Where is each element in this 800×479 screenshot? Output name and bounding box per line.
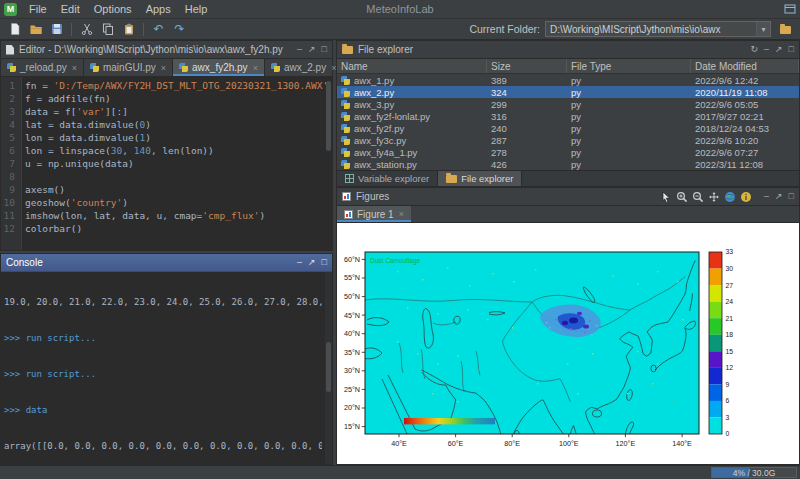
maximize-icon[interactable]: □ (322, 45, 327, 54)
svg-text:55°N: 55°N (344, 273, 360, 282)
float-icon[interactable]: ↗ (308, 45, 316, 54)
chevron-down-icon[interactable]: ▾ (756, 22, 770, 36)
maximize-icon[interactable]: □ (322, 258, 327, 267)
identify-icon[interactable] (740, 191, 752, 203)
code-line[interactable]: u = np.unique(data) (19, 157, 134, 170)
code-line[interactable]: lon = data.dimvalue(1) (19, 131, 151, 144)
console-scrollbar[interactable] (325, 272, 332, 464)
refresh-icon[interactable]: ↻ (750, 45, 758, 54)
code-line[interactable]: geoshow('country') (19, 196, 128, 209)
line-number: 8 (1, 170, 19, 183)
console-panel-header[interactable]: Console – ↗ □ (1, 254, 332, 272)
file-explorer-header[interactable]: File explorer ↻ – ↗ □ (337, 41, 799, 59)
figure-canvas[interactable]: Dust Camouflage 40°E 60°E 80°E 100°E 120… (337, 223, 799, 464)
svg-text:30°N: 30°N (344, 366, 360, 375)
line-number: 5 (1, 131, 19, 144)
float-icon[interactable]: ↗ (775, 192, 783, 201)
code-editor[interactable]: 1fn = 'D:/Temp/AWX/FY2H_DST_MLT_OTG_2023… (1, 77, 332, 250)
table-row[interactable]: awx_station.py 426 py 2022/3/11 12:08 (337, 158, 799, 170)
code-line[interactable]: f = addfile(fn) (19, 92, 111, 105)
table-row[interactable]: awx_3.py 299 py 2022/9/6 05:05 (337, 98, 799, 110)
code-line[interactable] (19, 170, 25, 183)
figures-panel-header[interactable]: Figures – ↗ □ (337, 188, 799, 206)
code-line[interactable]: lat = data.dimvalue(0) (19, 118, 151, 131)
table-row[interactable]: awx_fy4a_1.py 278 py 2022/9/6 07:27 (337, 146, 799, 158)
console-output[interactable]: 19.0, 20.0, 21.0, 22.0, 23.0, 24.0, 25.0… (1, 272, 332, 464)
svg-text:35°N: 35°N (344, 348, 360, 357)
tab-figure-1[interactable]: Figure 1× (337, 206, 411, 222)
minimize-icon[interactable]: – (297, 45, 302, 54)
close-icon[interactable]: × (161, 63, 166, 73)
editor-tab-awx-2[interactable]: awx_2.py× (265, 59, 344, 76)
copy-button[interactable] (98, 21, 117, 38)
editor-scrollbar[interactable] (325, 79, 332, 250)
redo-button[interactable]: ↷ (170, 21, 189, 38)
minimize-icon[interactable]: – (764, 192, 769, 201)
table-row[interactable]: awx_1.py 389 py 2022/9/6 12:42 (337, 74, 799, 86)
window-layout-icon[interactable] (784, 3, 796, 15)
meteoinfolab-window: M MeteoInfoLab File Edit Options Apps He… (0, 0, 800, 479)
minimize-icon[interactable]: – (764, 45, 769, 54)
menu-apps[interactable]: Apps (139, 2, 178, 16)
line-number: 2 (1, 92, 19, 105)
open-file-button[interactable] (26, 21, 45, 38)
close-icon[interactable]: × (72, 63, 77, 73)
pan-icon[interactable] (708, 191, 720, 203)
float-icon[interactable]: ↗ (308, 258, 316, 267)
figure-tab-bar: Figure 1× (337, 206, 799, 223)
console-line: >>> run script... (4, 332, 322, 344)
tab-file-explorer[interactable]: File explorer (438, 171, 522, 186)
editor-tab-maingui[interactable]: mainGUI.py× (84, 59, 173, 76)
editor-panel-header[interactable]: Editor - D:\Working\MIScript\Jython\mis\… (1, 41, 332, 59)
column-header-size[interactable]: Size (487, 59, 567, 73)
code-line[interactable]: lon = linspace(30, 140, len(lon)) (19, 144, 214, 157)
zoom-out-icon[interactable] (692, 191, 704, 203)
maximize-icon[interactable]: □ (789, 192, 794, 201)
new-file-button[interactable] (5, 21, 24, 38)
svg-text:30: 30 (726, 265, 734, 272)
memory-indicator[interactable]: 4% / 30.0G (711, 467, 797, 478)
editor-tab-reload[interactable]: _reload.py× (1, 59, 84, 76)
full-extent-globe-icon[interactable] (724, 191, 736, 203)
column-header-name[interactable]: Name (337, 59, 487, 73)
code-line[interactable]: data = f['var'][:] (19, 105, 128, 118)
python-file-icon (341, 148, 350, 157)
map-plot[interactable]: Dust Camouflage 40°E 60°E 80°E 100°E 120… (337, 223, 799, 464)
editor-panel-title: Editor - D:\Working\MIScript\Jython\mis\… (19, 44, 283, 55)
folder-icon (446, 175, 457, 183)
tab-variable-explorer[interactable]: Variable explorer (337, 171, 438, 186)
close-icon[interactable]: × (253, 63, 258, 73)
browse-folder-button[interactable] (776, 21, 795, 38)
python-file-icon (341, 124, 350, 133)
table-row-selected[interactable]: awx_2.py 324 py 2020/11/19 11:08 (337, 86, 799, 98)
code-line[interactable]: fn = 'D:/Temp/AWX/FY2H_DST_MLT_OTG_20230… (19, 79, 328, 92)
current-folder-combobox[interactable]: D:\Working\MIScript\Jython\mis\io\awx ▾ (545, 21, 771, 37)
code-line[interactable]: axesm() (19, 183, 65, 196)
python-file-icon (341, 76, 350, 85)
editor-tab-awx-fy2h[interactable]: awx_fy2h.py× (173, 59, 265, 76)
paste-button[interactable] (119, 21, 138, 38)
menu-file[interactable]: File (22, 2, 54, 16)
table-row[interactable]: awx_fy2f.py 240 py 2018/12/24 04:53 (337, 122, 799, 134)
zoom-in-icon[interactable] (676, 191, 688, 203)
minimize-icon[interactable]: – (297, 258, 302, 267)
maximize-icon[interactable]: □ (789, 45, 794, 54)
menu-help[interactable]: Help (178, 2, 215, 16)
table-row[interactable]: awx_fy3c.py 287 py 2022/9/6 10:20 (337, 134, 799, 146)
save-button[interactable] (47, 21, 66, 38)
code-line[interactable]: imshow(lon, lat, data, u, cmap='cmp_flux… (19, 209, 265, 222)
console-line: 19.0, 20.0, 21.0, 22.0, 23.0, 24.0, 25.0… (4, 296, 322, 308)
svg-text:60°E: 60°E (448, 439, 464, 448)
undo-button[interactable]: ↶ (149, 21, 168, 38)
close-icon[interactable]: × (399, 209, 404, 219)
float-icon[interactable]: ↗ (775, 45, 783, 54)
colorbar: 33 30 27 24 21 18 15 12 9 6 3 0 (709, 248, 733, 437)
column-header-date[interactable]: Date Modified (691, 59, 799, 73)
column-header-type[interactable]: File Type (567, 59, 691, 73)
code-line[interactable]: colorbar() (19, 222, 82, 235)
menu-edit[interactable]: Edit (54, 2, 87, 16)
select-arrow-icon[interactable] (660, 191, 672, 203)
cut-button[interactable] (77, 21, 96, 38)
menu-options[interactable]: Options (87, 2, 139, 16)
table-row[interactable]: awx_fy2f-lonlat.py 316 py 2017/9/27 02:2… (337, 110, 799, 122)
